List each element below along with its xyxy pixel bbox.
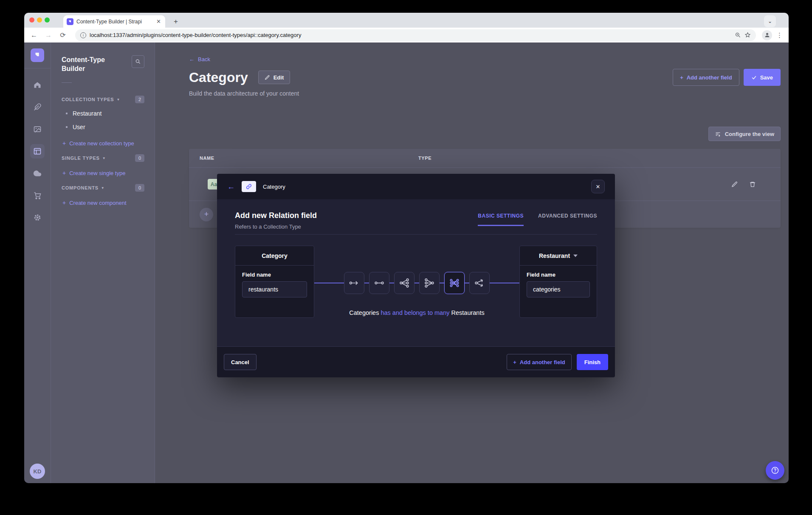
new-tab-button[interactable]: +: [170, 16, 181, 27]
bookmark-star-icon[interactable]: [744, 32, 751, 38]
source-card: Category Field name restaurants: [235, 246, 314, 318]
plus-icon: +: [513, 359, 516, 365]
strapi-favicon-icon: [67, 18, 73, 25]
url-bar[interactable]: i localhost:1337/admin/plugins/content-t…: [75, 29, 756, 41]
modal-subheading: Refers to a Collection Type: [235, 224, 317, 230]
target-field-name-input[interactable]: categories: [527, 281, 590, 297]
source-field-name-label: Field name: [242, 272, 307, 278]
tab-close-icon[interactable]: ✕: [155, 18, 162, 25]
tab-title: Content-Type Builder | Strapi: [76, 19, 152, 25]
zoom-window-button[interactable]: [45, 17, 50, 23]
reload-icon[interactable]: ⟳: [57, 30, 68, 41]
modal-body: Add new Relation field Refers to a Colle…: [217, 199, 615, 346]
caption-source: Categories: [349, 309, 379, 316]
url-text: localhost:1337/admin/plugins/content-typ…: [90, 32, 731, 38]
relation-caption: Categories has and belongs to many Resta…: [314, 309, 519, 316]
modal-header: ← Category ✕: [217, 174, 615, 199]
tab-basic-settings[interactable]: BASIC SETTINGS: [478, 213, 524, 226]
zoom-page-icon[interactable]: [735, 32, 741, 38]
caption-relation: has and belongs to many: [381, 309, 449, 316]
back-nav-icon[interactable]: ←: [28, 30, 39, 41]
source-card-title: Category: [262, 252, 288, 259]
strapi-app: KD Content-Type Builder COLLECTION TYPES…: [24, 42, 789, 483]
tab-advanced-settings[interactable]: ADVANCED SETTINGS: [538, 213, 597, 226]
help-button[interactable]: [766, 461, 784, 480]
modal-footer: Cancel + Add another field Finish: [217, 346, 615, 377]
minimize-window-button[interactable]: [37, 17, 42, 23]
browser-toolbar: ← → ⟳ i localhost:1337/admin/plugins/con…: [24, 28, 789, 42]
cancel-button[interactable]: Cancel: [224, 354, 257, 370]
tabs-divider: [235, 234, 597, 235]
target-card-title: Restaurant: [539, 252, 570, 259]
relation-many-way-icon[interactable]: [469, 272, 490, 294]
modal-back-icon[interactable]: ←: [227, 182, 235, 191]
modal-add-another-field-button[interactable]: + Add another field: [507, 354, 571, 370]
browser-profile-icon[interactable]: [762, 30, 772, 40]
relation-one-to-many-icon[interactable]: [394, 272, 414, 294]
relation-field-modal: ← Category ✕ Add new Relation field Refe…: [217, 174, 615, 377]
relation-connector: Categories has and belongs to many Resta…: [314, 246, 519, 318]
caption-target: Restaurants: [451, 309, 485, 316]
chevron-down-icon: [573, 255, 578, 257]
close-window-button[interactable]: [29, 17, 34, 23]
browser-menu-icon[interactable]: ⋮: [776, 31, 783, 39]
modal-add-field-label: Add another field: [520, 359, 565, 365]
relation-many-to-one-icon[interactable]: [419, 272, 440, 294]
source-field-name-input[interactable]: restaurants: [242, 281, 307, 297]
browser-window: Content-Type Builder | Strapi ✕ + ⌄ ← → …: [24, 13, 789, 483]
tab-strip: Content-Type Builder | Strapi ✕ + ⌄: [24, 13, 789, 28]
question-mark-icon: [771, 466, 779, 475]
modal-title: Category: [263, 184, 285, 190]
relation-one-to-one-icon[interactable]: [369, 272, 389, 294]
forward-nav-icon[interactable]: →: [43, 30, 54, 41]
tab-search-chevron-icon[interactable]: ⌄: [764, 15, 776, 27]
site-info-icon[interactable]: i: [80, 32, 86, 38]
browser-tab[interactable]: Content-Type Builder | Strapi ✕: [63, 15, 165, 28]
modal-heading: Add new Relation field: [235, 211, 317, 220]
close-icon[interactable]: ✕: [591, 180, 605, 193]
relation-one-way-icon[interactable]: [344, 272, 364, 294]
target-card: Restaurant Field name categories: [519, 246, 597, 318]
relation-link-icon: [242, 181, 256, 192]
target-card-select[interactable]: Restaurant: [520, 246, 597, 266]
relation-many-to-many-icon[interactable]: [444, 272, 465, 294]
finish-button[interactable]: Finish: [577, 354, 608, 370]
target-field-name-label: Field name: [527, 272, 590, 278]
